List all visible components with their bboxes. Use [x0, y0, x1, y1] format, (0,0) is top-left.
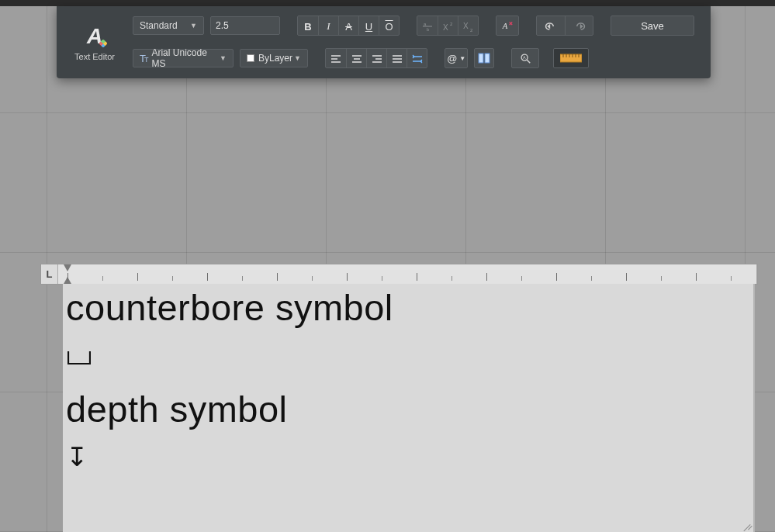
find-replace-button[interactable]: A — [511, 48, 539, 68]
columns-icon — [478, 52, 490, 64]
italic-button[interactable]: I — [318, 16, 338, 36]
depth-symbol[interactable]: ↧ — [66, 444, 88, 472]
align-right-icon — [371, 53, 383, 65]
text-editor-logo-icon: A — [87, 24, 102, 49]
superscript-button[interactable]: X2 — [438, 16, 458, 36]
align-left-icon — [330, 53, 342, 65]
stack-group: ab X2 X2 — [417, 16, 479, 36]
align-justify-icon — [391, 53, 403, 65]
svg-rect-10 — [479, 54, 483, 63]
stack-fraction-button[interactable]: ab — [417, 16, 438, 36]
text-ruler[interactable]: L — [40, 264, 758, 285]
counterbore-symbol[interactable]: ⌴ — [66, 342, 92, 370]
align-center-icon — [351, 53, 363, 65]
format-group: B I A U O — [297, 16, 400, 36]
text-height-input[interactable] — [210, 16, 280, 35]
overline-button[interactable]: O — [379, 16, 399, 36]
redo-button[interactable] — [565, 16, 593, 36]
color-layer-dropdown[interactable]: ByLayer ▼ — [240, 49, 308, 67]
justify-full-button[interactable] — [386, 49, 407, 68]
undo-icon — [545, 20, 557, 33]
bold-button[interactable]: B — [298, 16, 318, 36]
fraction-icon: ab — [421, 20, 434, 33]
clear-formatting-button[interactable]: A — [496, 16, 519, 36]
chevron-down-icon: ▼ — [459, 55, 465, 62]
first-line-indent-marker[interactable] — [64, 264, 71, 271]
clear-format-icon: A — [501, 19, 514, 32]
svg-rect-11 — [485, 54, 490, 63]
columns-button[interactable] — [474, 48, 494, 68]
at-field-icon: @ — [447, 53, 457, 64]
chevron-down-icon: ▼ — [220, 54, 227, 62]
subscript-button[interactable]: X2 — [458, 16, 478, 36]
justify-right-button[interactable] — [366, 49, 386, 68]
resize-handle[interactable] — [742, 521, 752, 530]
distribute-button[interactable] — [407, 49, 427, 68]
text-style-dropdown[interactable]: Standard ▼ — [133, 16, 204, 35]
svg-text:2: 2 — [450, 22, 453, 26]
svg-text:X: X — [443, 23, 448, 32]
ruler-toggle-button[interactable] — [553, 48, 589, 68]
font-value: Arial Unicode MS — [151, 47, 220, 69]
justify-left-button[interactable] — [326, 49, 346, 68]
text-line[interactable]: counterbore symbol — [66, 288, 750, 326]
strikethrough-button[interactable]: A — [338, 16, 358, 36]
color-layer-value: ByLayer — [258, 53, 292, 64]
svg-text:2: 2 — [470, 28, 473, 33]
color-swatch-icon — [247, 54, 254, 62]
ribbon-panel-label: A Text Editor — [64, 12, 125, 72]
save-label: Save — [641, 20, 664, 32]
redo-icon — [573, 20, 586, 33]
chevron-down-icon: ▼ — [190, 22, 197, 29]
insert-field-button[interactable]: @ ▼ — [445, 48, 468, 68]
font-dropdown[interactable]: TT Arial Unicode MS ▼ — [133, 49, 234, 67]
svg-text:A: A — [502, 22, 508, 30]
text-style-value: Standard — [140, 20, 178, 31]
history-group — [536, 16, 593, 36]
text-line[interactable]: depth symbol — [66, 390, 750, 428]
subscript-icon: X2 — [462, 20, 475, 33]
undo-button[interactable] — [537, 16, 565, 36]
underline-button[interactable]: U — [358, 16, 379, 36]
svg-text:a: a — [424, 22, 427, 26]
truetype-icon: TT — [140, 53, 148, 64]
distribute-icon — [411, 53, 424, 65]
svg-text:b: b — [427, 27, 430, 32]
justify-center-button[interactable] — [346, 49, 366, 68]
ruler-icon — [560, 54, 582, 63]
svg-line-14 — [527, 60, 530, 63]
save-button[interactable]: Save — [611, 16, 694, 36]
justify-group — [325, 48, 427, 68]
tab-stop-type-button[interactable]: L — [41, 264, 58, 284]
svg-text:X: X — [463, 22, 469, 30]
find-icon: A — [519, 52, 531, 64]
text-editor-ribbon: A Text Editor Standard ▼ B I A U O ab — [57, 6, 711, 78]
ruler-track[interactable] — [58, 264, 757, 284]
mtext-edit-box[interactable]: counterbore symbol ⌴ depth symbol ↧ — [63, 284, 755, 532]
app-menubar — [0, 0, 775, 6]
superscript-icon: X2 — [442, 20, 455, 33]
panel-title: Text Editor — [74, 52, 115, 61]
svg-text:A: A — [523, 55, 526, 60]
chevron-down-icon: ▼ — [294, 54, 301, 62]
